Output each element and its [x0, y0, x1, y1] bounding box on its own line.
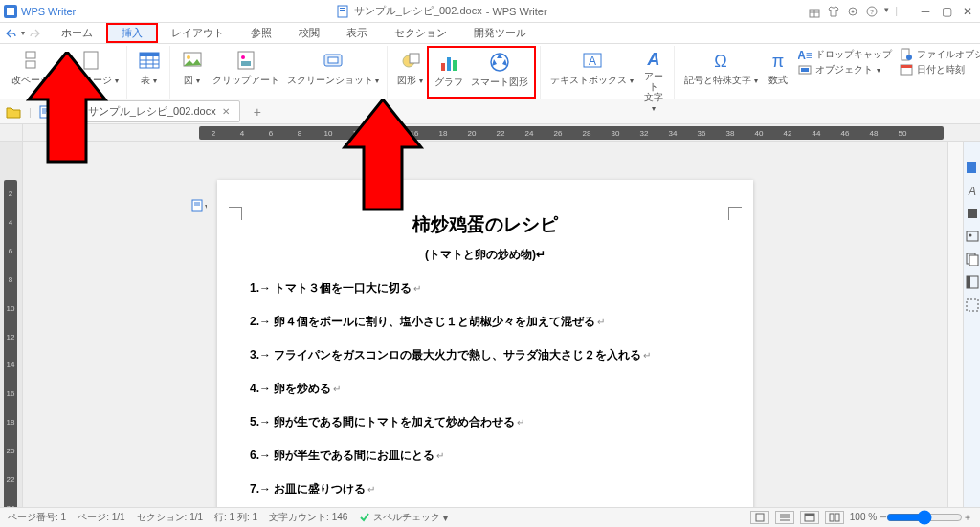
rb-chart[interactable]: グラフ	[431, 48, 467, 97]
rb-fileobject[interactable]: ファイルオブジェクト	[900, 48, 980, 61]
rb-smartart[interactable]: スマート図形	[467, 48, 532, 97]
svg-rect-49	[192, 200, 202, 211]
rb-textbox[interactable]: A テキストボックス ▾	[546, 46, 637, 99]
list-item: トマト３個を一口大に切る	[250, 280, 734, 296]
svg-rect-3	[340, 8, 345, 9]
rb-clipart[interactable]: クリップアート	[209, 46, 283, 99]
svg-rect-24	[441, 63, 445, 71]
svg-rect-63	[805, 514, 814, 516]
view-web-button[interactable]	[800, 511, 819, 524]
rb-table[interactable]: 表 ▾	[133, 46, 166, 99]
rb-screenshot[interactable]: スクリーンショット ▾	[283, 46, 384, 99]
tab-home[interactable]: ホーム	[48, 23, 106, 43]
svg-rect-12	[84, 52, 98, 69]
dropdown-icon[interactable]: ▾	[884, 5, 889, 18]
svg-rect-65	[835, 514, 839, 521]
svg-rect-48	[72, 107, 79, 117]
sp-clipboard-icon[interactable]	[966, 207, 979, 220]
doc-side-icon[interactable]: ▾	[191, 199, 207, 214]
tab-devtool[interactable]: 開発ツール	[460, 23, 540, 43]
image-icon	[182, 50, 203, 71]
close-button[interactable]: ✕	[959, 4, 976, 19]
svg-rect-61	[756, 514, 764, 521]
rb-dropcap[interactable]: A≡ドロップキャップ	[798, 48, 892, 61]
svg-rect-54	[967, 231, 978, 241]
sp-select-icon[interactable]	[966, 298, 979, 312]
svg-rect-51	[967, 162, 976, 173]
rb-pagebreak[interactable]: 改ページ ▾	[8, 46, 60, 99]
view-sbs-button[interactable]	[825, 511, 844, 524]
rb-image[interactable]: 図 ▾	[176, 46, 209, 99]
zoom-control[interactable]: 100 % ─＋	[850, 510, 972, 525]
tab-view[interactable]: 表示	[333, 23, 381, 43]
rb-datetime[interactable]: 日付と時刻	[900, 63, 980, 77]
svg-rect-19	[241, 61, 251, 66]
app-logo-icon	[4, 5, 17, 18]
svg-point-37	[906, 55, 912, 60]
svg-rect-39	[901, 65, 912, 68]
sp-image-icon[interactable]	[966, 230, 979, 243]
page-area: ▾ 柿炒鸡蛋のレシピ (トマトと卵の炒め物)↵ トマト３個を一口大に切る卵４個を…	[23, 142, 947, 522]
maximize-button[interactable]: ▢	[938, 4, 955, 19]
shape-icon	[400, 50, 421, 71]
check-icon	[359, 512, 370, 523]
side-panel: A	[963, 142, 980, 522]
doc-subtitle: (トマトと卵の炒め物)↵	[236, 247, 734, 263]
status-page[interactable]: ページ: 1/1	[78, 511, 124, 524]
clipart-icon	[235, 50, 256, 71]
rb-equation[interactable]: π 数式	[762, 46, 794, 99]
sp-doc-icon[interactable]	[966, 161, 979, 174]
doc-tabs: | サンプル_レシピ_002.docx ✕ +	[0, 99, 980, 124]
svg-rect-25	[447, 57, 451, 71]
rb-shape[interactable]: 図形 ▾	[393, 46, 427, 99]
help-icon[interactable]: ?	[865, 5, 879, 18]
tab-ref[interactable]: 参照	[237, 23, 285, 43]
rb-wordart[interactable]: A アート 文字 ▾	[637, 46, 670, 99]
sp-copy-icon[interactable]	[966, 253, 979, 266]
tab-insert[interactable]: 挿入	[106, 23, 158, 43]
menu-bar: ▾ ホーム 挿入 レイアウト 参照 校閲 表示 セクション 開発ツール	[0, 23, 980, 44]
status-wordcount[interactable]: 文字カウント: 146	[269, 511, 347, 524]
view-print-button[interactable]	[750, 511, 769, 524]
minimize-button[interactable]: ─	[917, 4, 934, 19]
tab-section[interactable]: セクション	[381, 23, 460, 43]
doclist-icon[interactable]	[39, 105, 53, 119]
app-brand: WPS Writer	[4, 5, 76, 18]
svg-rect-21	[328, 57, 338, 63]
document-page[interactable]: 柿炒鸡蛋のレシピ (トマトと卵の炒め物)↵ トマト３個を一口大に切る卵４個をボー…	[217, 180, 753, 522]
view-outline-button[interactable]	[775, 511, 794, 524]
rb-symbols[interactable]: Ω 記号と特殊文字 ▾	[680, 46, 762, 99]
table-icon	[138, 49, 161, 72]
undo-icon[interactable]	[4, 27, 17, 40]
status-spellcheck[interactable]: スペルチェック ▾	[359, 511, 448, 524]
svg-rect-4	[340, 10, 345, 11]
gift-icon[interactable]	[808, 5, 821, 18]
status-pagenum[interactable]: ページ番号: 1	[8, 511, 66, 524]
svg-text:?: ?	[870, 8, 875, 16]
svg-rect-11	[26, 61, 35, 68]
svg-text:A: A	[646, 50, 659, 69]
rb-blankpage[interactable]: 空白ページ ▾	[60, 46, 122, 99]
list-item: 卵を炒める	[250, 381, 734, 397]
list-item: 卵が生である間にトマトを加えて炒め合わせる	[250, 414, 734, 430]
rb-object[interactable]: オブジェクト ▾	[798, 63, 892, 77]
zoom-slider[interactable]	[886, 510, 963, 525]
open-folder-icon[interactable]	[6, 104, 21, 120]
tab-review[interactable]: 校閲	[285, 23, 333, 43]
svg-text:Ω: Ω	[715, 52, 727, 71]
shirt-icon[interactable]	[827, 5, 840, 18]
undo-drop-icon[interactable]: ▾	[21, 29, 25, 37]
svg-rect-53	[968, 209, 977, 218]
close-tab-icon[interactable]: ✕	[222, 106, 230, 117]
doc-icon	[337, 5, 350, 18]
scrollbar-vertical[interactable]	[947, 142, 963, 522]
sp-nav-icon[interactable]	[966, 275, 979, 289]
new-tab-button[interactable]: +	[248, 104, 267, 120]
svg-rect-26	[453, 60, 457, 71]
gear-icon[interactable]	[846, 5, 859, 18]
screenshot-icon	[323, 50, 344, 71]
tab-layout[interactable]: レイアウト	[158, 23, 237, 43]
doc-tab[interactable]: サンプル_レシピ_002.docx ✕	[60, 100, 240, 122]
redo-icon[interactable]	[29, 27, 42, 40]
sp-font-icon[interactable]: A	[966, 184, 979, 197]
